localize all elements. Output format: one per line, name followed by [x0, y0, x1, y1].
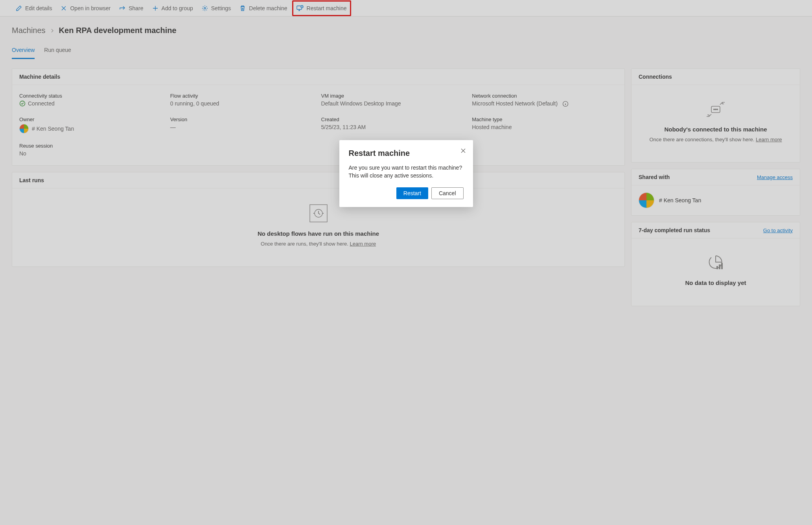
close-icon[interactable] [460, 148, 466, 153]
restart-modal: Restart machine Are you sure you want to… [339, 140, 473, 207]
modal-cancel-button[interactable]: Cancel [431, 187, 464, 199]
modal-title: Restart machine [349, 149, 464, 158]
modal-restart-button[interactable]: Restart [396, 187, 428, 199]
modal-body: Are you sure you want to restart this ma… [349, 164, 464, 179]
modal-overlay: Restart machine Are you sure you want to… [0, 0, 812, 525]
